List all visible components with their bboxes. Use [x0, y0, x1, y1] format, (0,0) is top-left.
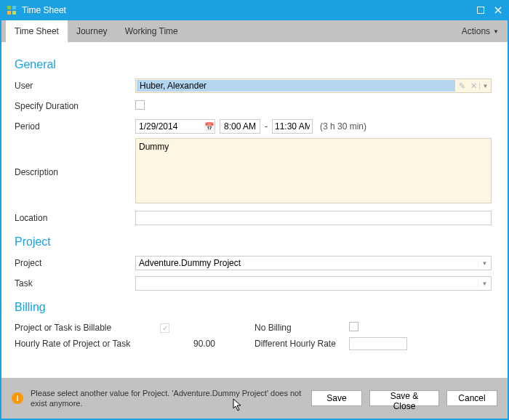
tab-time-sheet[interactable]: Time Sheet	[6, 20, 68, 42]
warning-icon: i	[12, 392, 23, 404]
date-value[interactable]	[136, 121, 204, 132]
actions-label: Actions	[462, 26, 490, 36]
location-label: Location	[15, 213, 135, 223]
specify-duration-label: Specify Duration	[15, 101, 135, 111]
svg-rect-4	[478, 7, 484, 14]
maximize-button[interactable]	[476, 5, 486, 15]
project-dropdown[interactable]: ▼	[135, 256, 492, 270]
user-value: Huber, Alexander	[137, 80, 455, 92]
section-project-header: Project	[15, 235, 494, 249]
chevron-down-icon[interactable]: ▼	[478, 260, 491, 267]
cancel-button[interactable]: Cancel	[446, 390, 497, 406]
svg-rect-2	[7, 11, 11, 15]
project-value[interactable]	[136, 258, 478, 268]
user-field[interactable]: Huber, Alexander ✎ ✕ ▼	[135, 78, 492, 93]
time-separator: -	[265, 121, 268, 132]
title-bar: Time Sheet	[0, 0, 509, 20]
svg-rect-0	[7, 6, 11, 9]
task-value[interactable]	[136, 278, 478, 288]
duration-text: (3 h 30 min)	[320, 121, 366, 132]
close-button[interactable]	[493, 5, 503, 15]
footer-bar: i Please select another value for Projec…	[1, 378, 508, 419]
tab-journey[interactable]: Journey	[68, 20, 116, 42]
description-label: Description	[15, 167, 135, 177]
task-dropdown[interactable]: ▼	[135, 276, 492, 291]
section-billing-header: Billing	[15, 301, 494, 314]
save-close-button[interactable]: Save & Close	[369, 390, 439, 406]
window-title: Time Sheet	[22, 5, 476, 15]
app-icon	[6, 4, 17, 16]
time-from-input[interactable]	[220, 119, 260, 134]
footer-message: Please select another value for Project.…	[31, 388, 304, 409]
section-general-header: General	[15, 58, 494, 71]
period-label: Period	[15, 121, 135, 132]
specify-duration-checkbox[interactable]	[135, 100, 145, 110]
date-input[interactable]: 📅	[135, 119, 215, 134]
no-billing-checkbox[interactable]	[349, 322, 358, 331]
task-label: Task	[15, 278, 135, 288]
rate-label: Hourly Rate of Project or Task	[15, 339, 160, 349]
actions-menu[interactable]: Actions ▼	[457, 20, 503, 42]
description-textarea[interactable]	[135, 138, 492, 203]
billable-checkbox	[160, 323, 169, 333]
svg-rect-3	[12, 11, 16, 15]
calendar-icon[interactable]: 📅	[204, 122, 215, 132]
chevron-down-icon[interactable]: ▼	[479, 83, 491, 89]
chevron-down-icon: ▼	[493, 28, 499, 35]
chevron-down-icon[interactable]: ▼	[478, 280, 491, 287]
diff-rate-label: Different Hourly Rate	[254, 339, 349, 349]
location-input[interactable]	[135, 211, 492, 225]
tab-working-time[interactable]: Working Time	[116, 20, 187, 42]
clear-icon[interactable]: ✕	[468, 81, 479, 91]
time-to-input[interactable]	[272, 119, 313, 134]
rate-value: 90.00	[160, 339, 218, 349]
billable-label: Project or Task is Billable	[15, 323, 160, 333]
pencil-icon[interactable]: ✎	[456, 81, 468, 91]
svg-rect-1	[12, 6, 16, 9]
project-label: Project	[15, 258, 135, 268]
diff-rate-input[interactable]	[349, 337, 407, 350]
user-label: User	[15, 81, 135, 91]
tab-bar: Time Sheet Journey Working Time Actions …	[0, 20, 509, 42]
save-button[interactable]: Save	[311, 390, 362, 406]
no-billing-label: No Billing	[254, 323, 349, 333]
